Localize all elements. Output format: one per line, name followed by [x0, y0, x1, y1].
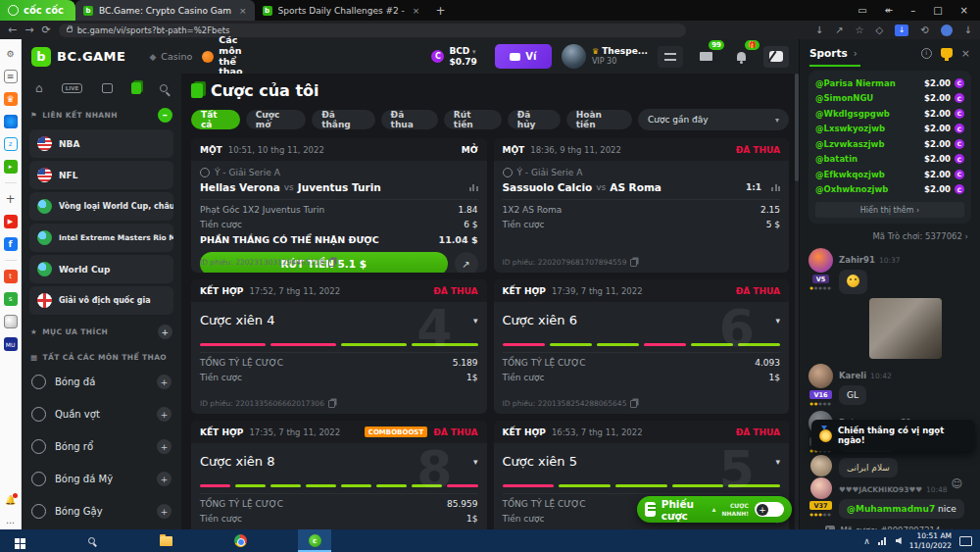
bcgame-logo[interactable]: b BC.GAME	[31, 47, 125, 67]
sort-dropdown[interactable]: Cược gần đây▾	[638, 109, 789, 130]
quick-menu-button[interactable]	[658, 46, 683, 68]
url-field[interactable]: bc.game/vi/sports?bt-path=%2Fbets	[59, 24, 686, 37]
quick-bet-toggle[interactable]	[755, 502, 784, 517]
nav-sports[interactable]: Các môn thể thao	[202, 35, 262, 78]
adblock-shield-icon[interactable]: ◇	[876, 25, 884, 35]
copy-icon[interactable]	[630, 259, 637, 267]
sidebar-item-iem-rio[interactable]: Intel Extreme Masters Rio Major 2022	[29, 224, 173, 252]
capture-icon[interactable]: ▭	[858, 5, 866, 16]
filter-all[interactable]: Tất cả	[191, 110, 240, 129]
close-chat-icon[interactable]: ×	[961, 47, 970, 60]
combo-title-row[interactable]: Cược xiên 66▾	[503, 307, 781, 341]
shop-icon[interactable]: s	[4, 292, 18, 306]
game-id-link[interactable]: Mã Trò chơi: 5377062 ›	[800, 227, 980, 243]
action-center-icon[interactable]	[959, 536, 972, 546]
maximize-button[interactable]: □	[933, 5, 942, 16]
chevron-down-icon[interactable]: ▾	[473, 316, 478, 326]
sidebar-item-nfl[interactable]: NFL	[29, 161, 173, 189]
coccoc-taskbar[interactable]: c	[298, 529, 331, 552]
expand-icon[interactable]: +	[157, 375, 172, 389]
filter-lost[interactable]: Đã thua	[381, 110, 438, 129]
chat-channel-tab[interactable]: Sports	[809, 47, 848, 59]
tab-bcgame[interactable]: bBC.Game: Crypto Casino Gam×	[75, 0, 255, 21]
bookmark-star-icon[interactable]: ☆	[856, 25, 864, 35]
network-icon[interactable]	[878, 537, 888, 545]
sidebar-item-tennis[interactable]: Quần vợt+	[22, 398, 181, 430]
chat-username[interactable]: Zahir91	[839, 255, 875, 265]
chat-username[interactable]: ♥♥♥JACKHIKO93♥♥	[839, 485, 922, 494]
volume-icon[interactable]	[896, 537, 902, 544]
user-profile[interactable]: ♛ Thespe...VIP 30	[562, 44, 648, 69]
chevron-right-icon[interactable]: ›	[854, 48, 858, 59]
add-shortcut-icon[interactable]: +	[4, 192, 18, 206]
winner-row[interactable]: @Wkdlgsgpgwb$2.00C	[815, 106, 964, 122]
mention[interactable]: @Muhammadmu7	[847, 504, 935, 514]
reading-list-icon[interactable]: ≡	[4, 70, 18, 83]
search-icon[interactable]	[160, 84, 168, 92]
calendar-icon[interactable]	[102, 83, 113, 93]
filter-cancelled[interactable]: Đã hủy	[508, 110, 561, 129]
minimize-button[interactable]: –	[910, 5, 915, 16]
sidebar-item-wc-qualifiers[interactable]: Vòng loại World Cup, châu Âu	[29, 192, 173, 221]
sidebar-item-basketball[interactable]: Bóng rổ+	[22, 430, 181, 463]
games-gamepad-icon[interactable]: ▸	[4, 160, 18, 174]
club-badge-icon[interactable]: MU	[4, 337, 18, 351]
collapse-quick-links-button[interactable]: –	[158, 108, 172, 123]
sidebar-item-cricket[interactable]: Bóng Gậy+	[22, 495, 181, 527]
tab-sports-challenges[interactable]: bSports Daily Challenges #2 -×	[255, 0, 428, 21]
taskbar-search[interactable]	[74, 529, 108, 552]
expand-icon[interactable]: +	[157, 472, 172, 486]
close-button[interactable]: ×	[960, 5, 968, 16]
copy-icon[interactable]	[328, 400, 335, 408]
winner-row[interactable]: @SimonNGU$2.00C	[815, 91, 964, 107]
combo-title-row[interactable]: Cược xiên 44▾	[200, 307, 478, 341]
chat-toggle-button[interactable]	[763, 46, 789, 68]
avatar[interactable]	[810, 455, 832, 477]
chat-username[interactable]: Kareli	[839, 371, 866, 380]
sidebar-item-american-football[interactable]: Bóng đá Mỹ+	[22, 463, 181, 495]
copy-icon[interactable]	[328, 259, 335, 267]
filter-open[interactable]: Cược mở	[246, 110, 306, 129]
coccoc-brand-button[interactable]: cốc cốc	[0, 0, 75, 21]
sidebar-item-nba[interactable]: NBA	[29, 129, 173, 158]
reload-icon[interactable]: ⟳	[41, 24, 50, 36]
winner-row[interactable]: @Efkwkqozjwb$2.00C	[815, 167, 964, 182]
zalo-icon[interactable]: z	[4, 137, 18, 151]
save-page-icon[interactable]: ↓	[815, 25, 823, 35]
avatar[interactable]	[810, 477, 832, 499]
inbox-button[interactable]: 99	[693, 46, 718, 68]
facebook-icon[interactable]: f	[4, 237, 18, 251]
match-row[interactable]: Hellas VeronavsJuventus Turin	[200, 181, 478, 200]
extension-icon[interactable]: ⟲	[920, 25, 928, 35]
back-icon[interactable]: ←	[8, 24, 17, 36]
wallet-button[interactable]: Ví	[495, 44, 552, 69]
bet-card-combo-6[interactable]: KẾT HỢP17:39, 7 thg 11, 2022ĐÃ THUA Cược…	[494, 279, 790, 414]
emoji-picker-icon[interactable]: ☺	[952, 477, 962, 490]
winner-row[interactable]: @Lzvwkaszjwb$2.00C	[815, 136, 964, 152]
messenger-icon[interactable]	[4, 115, 18, 128]
back-to-icon[interactable]: ↞	[885, 5, 893, 16]
start-button[interactable]	[0, 529, 33, 552]
stats-icon[interactable]	[469, 184, 478, 191]
avatar[interactable]	[808, 364, 833, 388]
betslip-button[interactable]: Phiếu cược ▴ CƯỢC NHANH!	[637, 496, 792, 523]
winner-row[interactable]: @Oxhwknozjwb$2.00C	[815, 182, 964, 198]
tray-expand-icon[interactable]: ∧	[863, 536, 870, 546]
my-bets-icon[interactable]	[131, 82, 141, 94]
filter-won[interactable]: Đã thắng	[312, 110, 374, 129]
tiki-icon[interactable]: t	[4, 270, 18, 283]
chevron-down-icon[interactable]: ▾	[473, 457, 478, 467]
filter-cashout[interactable]: Rút tiền	[444, 110, 502, 129]
file-explorer[interactable]	[149, 529, 182, 552]
expand-icon[interactable]: +	[157, 407, 172, 422]
new-tab-button[interactable]: +	[435, 4, 445, 18]
bet-card-combo-8[interactable]: KẾT HỢP17:35, 7 thg 11, 2022COMBOBOOSTĐÃ…	[191, 421, 487, 529]
sidebar-item-world-cup[interactable]: World Cup	[29, 255, 173, 283]
home-icon[interactable]: ⌂	[35, 81, 43, 95]
match-row[interactable]: Sassuolo CalciovsAS Roma1:1	[503, 181, 781, 200]
bet-card-single-open[interactable]: MỘT10:51, 10 thg 11, 2022MỞ Ý - Giải Ser…	[191, 138, 487, 273]
combo-title-row[interactable]: Cược xiên 88▾	[200, 448, 478, 482]
info-icon[interactable]: i	[921, 48, 932, 59]
expand-icon[interactable]: +	[157, 504, 172, 519]
profile-avatar-icon[interactable]	[941, 25, 953, 36]
